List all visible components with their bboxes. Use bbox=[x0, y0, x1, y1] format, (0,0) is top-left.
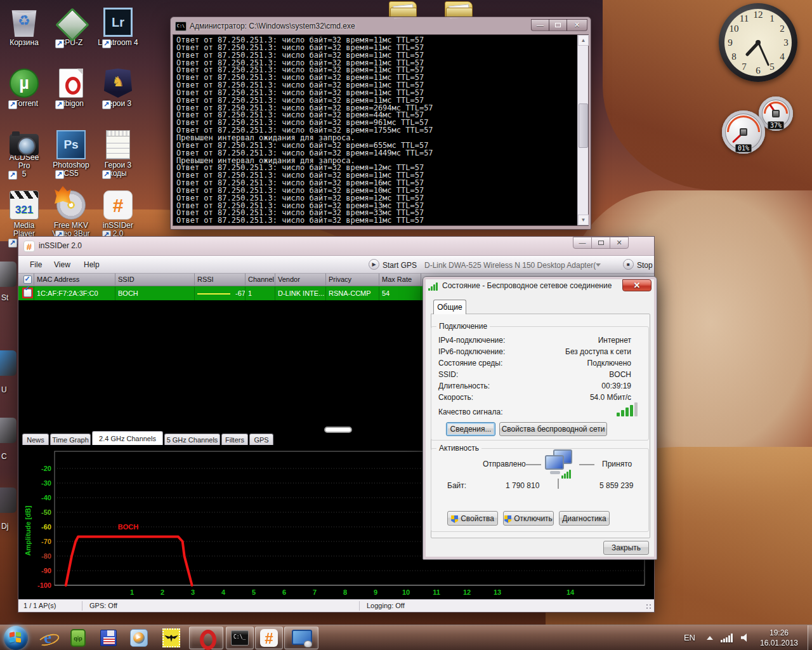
menu-file[interactable]: File bbox=[26, 259, 46, 270]
maximize-button[interactable] bbox=[549, 19, 567, 31]
minimize-button[interactable]: — bbox=[531, 19, 549, 31]
channel-cell: 1 bbox=[245, 286, 275, 300]
desktop-icon-recycle-bin[interactable]: Корзина bbox=[3, 8, 45, 47]
folder-icon[interactable] bbox=[387, 0, 420, 18]
column-header-privacy[interactable]: Privacy bbox=[325, 274, 379, 286]
desktop-icon-heroes[interactable]: Герои 3 bbox=[97, 69, 139, 108]
partial-icon-art bbox=[0, 350, 16, 376]
inssider-titlebar[interactable]: # inSSIDer 2.0 bbox=[18, 237, 654, 256]
scroll-up-icon[interactable]: ▲ bbox=[578, 35, 589, 46]
start-gps-play-icon[interactable]: ▶ bbox=[369, 259, 379, 270]
taskbar-save-icon[interactable] bbox=[96, 628, 121, 647]
close-button[interactable]: ✕ bbox=[610, 237, 629, 249]
desktop-icon-bibigon[interactable]: Bibigon bbox=[50, 69, 92, 108]
menu-help[interactable]: Help bbox=[80, 259, 103, 270]
column-header-rssi[interactable]: RSSI bbox=[194, 274, 245, 286]
column-header-max-rate[interactable]: Max Rate bbox=[379, 274, 421, 286]
cpu-meter-gadget[interactable]: 37% 01% bbox=[722, 96, 798, 154]
tab-news[interactable]: News bbox=[22, 434, 49, 445]
uac-shield-icon bbox=[504, 515, 511, 523]
desktop-icon-lightroom[interactable]: Lightroom 4 bbox=[97, 8, 139, 47]
splitter-handle[interactable] bbox=[324, 427, 352, 433]
close-button[interactable]: ✕ bbox=[622, 279, 652, 291]
desktop-icon-acdsee[interactable]: ACDSee Pro 5 bbox=[3, 130, 45, 178]
start-gps-button[interactable]: Start GPS bbox=[383, 261, 417, 270]
menu-view[interactable]: View bbox=[50, 259, 74, 270]
volume-icon[interactable] bbox=[741, 633, 749, 642]
start-button[interactable] bbox=[4, 626, 28, 650]
desktop-icon-freemkv[interactable]: Free MKV Video 3Bur bbox=[50, 190, 92, 238]
taskbar-thebat-icon[interactable] bbox=[159, 628, 184, 647]
language-indicator[interactable]: EN bbox=[684, 633, 695, 642]
photoshop-icon bbox=[56, 130, 86, 159]
partial-desktop-icon[interactable]: U bbox=[0, 350, 16, 395]
column-header-channel[interactable]: Channel bbox=[245, 274, 275, 286]
channel-label: 13 bbox=[494, 588, 501, 596]
close-dialog-button[interactable]: Закрыть bbox=[603, 541, 649, 555]
tray-clock[interactable]: 19:26 16.01.2013 bbox=[754, 628, 804, 648]
tab-gps[interactable]: GPS bbox=[249, 434, 273, 445]
connection-row-label: IPv4-подключение: bbox=[438, 336, 505, 345]
show-desktop-button[interactable] bbox=[808, 625, 812, 650]
logging-status: Logging: Off bbox=[367, 602, 405, 609]
taskbar-ie-icon[interactable]: e bbox=[35, 628, 60, 647]
wireless-signal-icon bbox=[428, 282, 440, 291]
taskbar-network-status-button[interactable] bbox=[284, 627, 318, 649]
close-button[interactable]: ✕ bbox=[566, 19, 587, 31]
tab-filters[interactable]: Filters bbox=[221, 434, 248, 445]
maximize-button[interactable] bbox=[591, 237, 610, 249]
utorrent-icon bbox=[10, 69, 39, 98]
details-button[interactable]: Сведения... bbox=[446, 422, 495, 436]
column-header-vendor[interactable]: Vendor bbox=[275, 274, 325, 286]
cmd-titlebar[interactable]: C:\ Администратор: C:\Windows\system32\c… bbox=[173, 19, 589, 34]
desktop-icon-utorrent[interactable]: µTorrent bbox=[3, 69, 45, 108]
network-computers-icon bbox=[544, 449, 574, 481]
adapter-selector[interactable]: D-Link DWA-525 Wireless N 150 Desktop Ad… bbox=[424, 261, 596, 270]
diagnose-button[interactable]: Диагностика bbox=[559, 511, 610, 526]
clock-gadget[interactable]: 123456789101112 bbox=[719, 3, 797, 82]
partial-desktop-icon[interactable]: Dj bbox=[0, 488, 16, 532]
ram-chip-icon bbox=[772, 110, 780, 117]
tab-general[interactable]: Общие bbox=[433, 300, 466, 314]
tab-5-ghz-channels[interactable]: 5 GHz Channels bbox=[164, 434, 220, 445]
resize-grip[interactable] bbox=[645, 603, 653, 611]
taskbar-qip-icon[interactable] bbox=[65, 628, 91, 647]
adapter-dropdown-icon[interactable] bbox=[596, 263, 601, 267]
desktop-icon-notes[interactable]: Герои 3 коды bbox=[97, 130, 139, 178]
stop-button[interactable]: Stop bbox=[637, 261, 653, 270]
console-scrollbar[interactable]: ▲ ▼ bbox=[577, 35, 588, 225]
wireless-properties-button[interactable]: Свойства беспроводной сети bbox=[499, 422, 607, 436]
column-header-mac-address[interactable]: MAC Address bbox=[34, 274, 115, 286]
stop-icon[interactable]: ■ bbox=[623, 259, 634, 270]
bytes-sent-value: 1 790 810 bbox=[506, 481, 539, 490]
scroll-thumb[interactable] bbox=[579, 103, 588, 148]
column-header-ssid[interactable]: SSID bbox=[115, 274, 194, 286]
partial-desktop-icon[interactable]: St bbox=[0, 262, 16, 303]
y-tick-label: -60 bbox=[41, 523, 51, 531]
desktop-icon-photoshop[interactable]: Photoshop CS5 bbox=[50, 130, 92, 178]
taskbar-cmd-button[interactable] bbox=[226, 627, 254, 649]
partial-desktop-icon[interactable]: C bbox=[0, 418, 16, 462]
channel-label: 4 bbox=[221, 588, 226, 596]
select-all-checkbox[interactable] bbox=[23, 275, 32, 284]
disable-button[interactable]: Отключить bbox=[503, 511, 554, 526]
row-checkbox-cell[interactable] bbox=[18, 286, 34, 300]
folder-icon[interactable] bbox=[443, 0, 476, 18]
row-checkbox[interactable] bbox=[23, 289, 32, 297]
header-checkbox-cell[interactable] bbox=[18, 274, 34, 286]
show-hidden-icons-icon[interactable] bbox=[707, 636, 713, 640]
tab-2-4-ghz-channels[interactable]: 2.4 GHz Channels bbox=[92, 431, 163, 445]
dialog-titlebar[interactable]: Состояние - Беспроводное сетевое соедине… bbox=[426, 279, 654, 293]
minimize-button[interactable]: — bbox=[573, 237, 592, 249]
desktop-icon-inssider[interactable]: inSSIDer 2.0 bbox=[97, 190, 139, 238]
properties-button[interactable]: Свойства bbox=[447, 511, 498, 526]
notes-icon bbox=[106, 130, 130, 159]
tab-time-graph[interactable]: Time Graph bbox=[50, 434, 91, 445]
desktop-icon-cpuz[interactable]: CPU-Z bbox=[50, 8, 92, 47]
network-signal-icon[interactable] bbox=[721, 633, 733, 642]
taskbar-media-player-icon[interactable] bbox=[126, 628, 152, 647]
taskbar-inssider-button[interactable] bbox=[255, 627, 283, 649]
taskbar-opera-button[interactable] bbox=[189, 627, 223, 649]
console-output[interactable]: Ответ от 87.250.251.3: число байт=32 вре… bbox=[173, 34, 589, 226]
scroll-down-icon[interactable]: ▼ bbox=[578, 215, 589, 225]
